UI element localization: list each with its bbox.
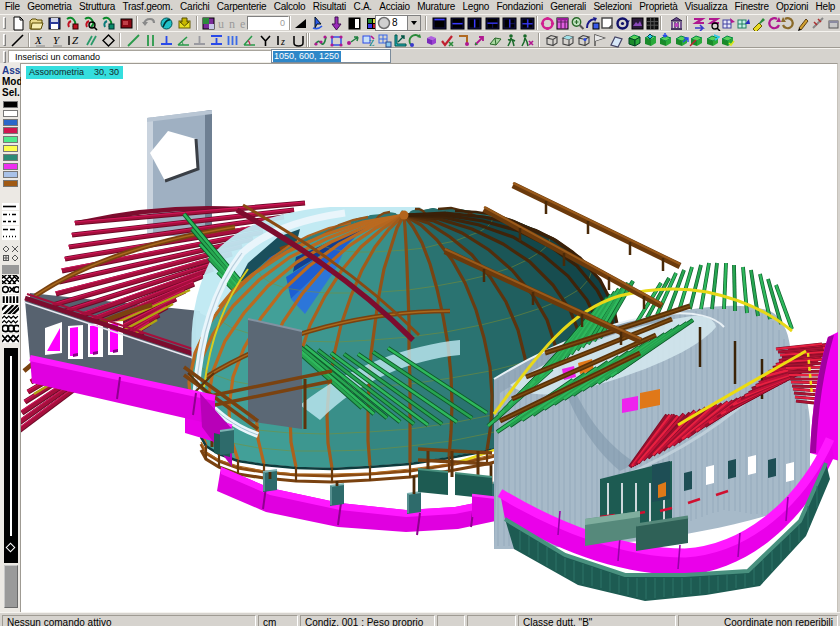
axis-y-button[interactable]: Y	[49, 32, 66, 48]
pattern-zigzag[interactable]	[2, 315, 19, 324]
menu-visualizza[interactable]: Visualizza	[681, 0, 731, 14]
perp-bar-button[interactable]	[208, 32, 225, 48]
check-red-button[interactable]	[439, 32, 456, 48]
marker-diamond2[interactable]	[11, 254, 19, 262]
line-diagonal-button[interactable]	[9, 32, 26, 48]
arrow-down-purple-button[interactable]	[328, 15, 345, 31]
plane-small-button[interactable]	[487, 32, 504, 48]
menu-calcolo[interactable]: Calcolo	[270, 0, 309, 14]
menu-legno[interactable]: Legno	[459, 0, 493, 14]
color-swatch-6[interactable]	[3, 154, 18, 161]
angle-arc-button[interactable]	[241, 32, 258, 48]
cube-green-drop-button[interactable]	[657, 32, 674, 48]
zoom-scale-combobox[interactable]: 8	[375, 15, 421, 31]
menu-help[interactable]: Help	[812, 0, 839, 14]
cube-green-diamond-button[interactable]	[642, 32, 659, 48]
pattern-diagonal[interactable]	[2, 305, 19, 314]
rotate-blue-button[interactable]	[407, 32, 424, 48]
color-swatch-4[interactable]	[3, 136, 18, 143]
mesh-grid-button[interactable]	[376, 32, 393, 48]
panel-gray-button[interactable]	[825, 15, 840, 31]
menu-carichi[interactable]: Carichi	[176, 0, 213, 14]
depth-slider[interactable]	[4, 348, 18, 563]
menu-risultati[interactable]: Risultati	[309, 0, 350, 14]
color-swatch-8[interactable]	[3, 171, 18, 178]
mesh-arrow-button[interactable]	[344, 32, 361, 48]
angle-green-button[interactable]	[175, 32, 192, 48]
pattern-ooo[interactable]	[2, 324, 19, 333]
open-folder-button[interactable]	[28, 15, 45, 31]
bar-z-button[interactable]: z	[274, 32, 291, 48]
toolbar-grip[interactable]	[3, 17, 6, 29]
sidebar-label-mod[interactable]: Mod	[0, 76, 21, 87]
menu-propriet[interactable]: Proprietà	[635, 0, 681, 14]
select-cursor-button[interactable]	[310, 15, 327, 31]
axis-z-button[interactable]: Z	[66, 32, 83, 48]
win-hsplit-button[interactable]	[449, 15, 466, 31]
menu-generali[interactable]: Generali	[547, 0, 590, 14]
mesh-z-button[interactable]: Z	[360, 32, 377, 48]
win-vsplit-button[interactable]	[466, 15, 483, 31]
model-canvas[interactable]: Assonometria 30, 30	[21, 63, 838, 612]
menu-geometria[interactable]: Geometria	[24, 0, 76, 14]
u-shape-button[interactable]	[290, 32, 307, 48]
command-bar-grip[interactable]	[3, 51, 6, 63]
menu-ca[interactable]: C.A.	[350, 0, 376, 14]
walker-button[interactable]	[503, 32, 520, 48]
color-swatch-2[interactable]	[3, 119, 18, 126]
color-swatch-3[interactable]	[3, 127, 18, 134]
line-style-dash2[interactable]	[2, 218, 19, 225]
color-swatch-0[interactable]	[3, 101, 18, 108]
material-red-button[interactable]	[118, 15, 135, 31]
line-style-solid[interactable]	[2, 203, 19, 210]
line-style-dash1[interactable]	[2, 211, 19, 218]
sidebar-label-sel[interactable]: Sel.	[0, 87, 21, 98]
corner-tool-button[interactable]	[455, 32, 472, 48]
cube-purple-button[interactable]	[423, 32, 440, 48]
pattern-weave[interactable]	[2, 275, 19, 284]
sidebar-label-ass[interactable]: Ass.	[0, 65, 21, 76]
pattern-solidgray[interactable]	[2, 265, 19, 274]
new-file-button[interactable]	[10, 15, 27, 31]
model-import-red-button[interactable]	[64, 15, 81, 31]
export-yellow-button[interactable]	[176, 15, 193, 31]
mesh-path-button[interactable]	[312, 32, 329, 48]
coordinate-input[interactable]: 1050, 600, 1250	[271, 49, 391, 63]
lines-parallel-button[interactable]	[142, 32, 159, 48]
cube-green-go-button[interactable]	[704, 32, 721, 48]
menu-murature[interactable]: Murature	[413, 0, 458, 14]
slider-thumb[interactable]	[4, 565, 18, 608]
menu-carpenterie[interactable]: Carpenterie	[213, 0, 270, 14]
axis-x-button[interactable]: X	[32, 32, 49, 48]
parallel-green-button[interactable]	[83, 32, 100, 48]
color-swatch-7[interactable]	[3, 163, 18, 170]
slider-handle[interactable]	[6, 543, 16, 553]
bars-three-button[interactable]	[224, 32, 241, 48]
win-single-button[interactable]	[431, 15, 448, 31]
numeric-field[interactable]: 0	[247, 16, 289, 30]
menu-acciaio[interactable]: Acciaio	[376, 0, 414, 14]
undo-arrow-button[interactable]	[140, 15, 157, 31]
win-rsplit-button[interactable]	[501, 15, 518, 31]
pattern-xxx[interactable]	[2, 334, 19, 343]
win-tsplit-button[interactable]	[484, 15, 501, 31]
temple-button[interactable]	[668, 15, 685, 31]
perp-gray-button[interactable]	[191, 32, 208, 48]
line-style-dots[interactable]	[2, 233, 19, 240]
cube-green-check-button[interactable]	[719, 32, 736, 48]
model-import-magnifier-button[interactable]	[82, 15, 99, 31]
color-swatch-5[interactable]	[3, 145, 18, 152]
contrast-square-button[interactable]	[346, 15, 363, 31]
toolbar-grip[interactable]	[3, 34, 6, 46]
cube-green-solid-button[interactable]	[626, 32, 643, 48]
cube-wire-3-button[interactable]	[576, 32, 593, 48]
diamond-outline-button[interactable]	[100, 32, 117, 48]
cube-wire-1-button[interactable]	[544, 32, 561, 48]
save-floppy-button[interactable]	[46, 15, 63, 31]
win-quad-button[interactable]	[519, 15, 536, 31]
menu-fondazioni[interactable]: Fondazioni	[493, 0, 547, 14]
marker-diamond[interactable]	[2, 245, 10, 253]
triangle-black-button[interactable]	[292, 15, 309, 31]
mesh-box-button[interactable]	[328, 32, 345, 48]
combo-dropdown-button[interactable]	[407, 16, 420, 30]
